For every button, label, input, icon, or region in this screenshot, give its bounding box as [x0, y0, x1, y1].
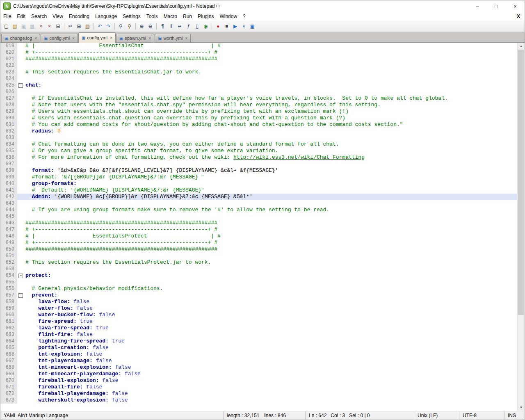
editor-line-625[interactable]: 625−chat:: [0, 82, 518, 89]
tab-close-icon[interactable]: ×: [72, 36, 75, 41]
code-text[interactable]: # Default: '{WORLDNAME} {DISPLAYNAME}&7:…: [25, 187, 518, 194]
code-text[interactable]: [25, 266, 518, 272]
line-number[interactable]: 626: [0, 89, 17, 95]
editor[interactable]: 619# | EssentialsChat | #620# +---------…: [0, 43, 525, 411]
editor-line-648[interactable]: 648# | EssentialsProtect | #: [0, 233, 518, 240]
line-number[interactable]: 637: [0, 161, 17, 167]
line-number[interactable]: 655: [0, 279, 17, 285]
fold-collapse-icon[interactable]: −: [18, 83, 23, 88]
run-macro-multiple-icon[interactable]: »: [240, 22, 248, 30]
code-text[interactable]: # For more information of chat formattin…: [25, 154, 518, 161]
code-text[interactable]: tnt-explosion: false: [25, 351, 518, 358]
editor-line-620[interactable]: 620# +----------------------------------…: [0, 49, 518, 56]
record-macro-icon[interactable]: ●: [214, 22, 222, 30]
code-text[interactable]: # +-------------------------------------…: [25, 240, 518, 246]
editor-line-664[interactable]: 664 lightning-fire-spread: true: [0, 338, 518, 345]
save-icon[interactable]: ▣: [20, 22, 27, 30]
editor-line-667[interactable]: 667 tnt-playerdamage: false: [0, 358, 518, 364]
line-number[interactable]: 656: [0, 285, 17, 292]
editor-line-655[interactable]: 655: [0, 279, 518, 285]
line-number[interactable]: 650: [0, 246, 17, 253]
editor-line-636[interactable]: 636 # For more information of chat forma…: [0, 154, 518, 161]
word-wrap-icon[interactable]: ↵: [176, 22, 184, 30]
close-file-icon[interactable]: ×: [37, 22, 45, 30]
editor-line-642[interactable]: 642 Admin: '{WORLDNAME} &c[{GROUP}]&r {D…: [0, 194, 518, 200]
editor-line-643[interactable]: 643: [0, 200, 518, 207]
code-text[interactable]: chat:: [25, 82, 518, 89]
line-number[interactable]: 668: [0, 364, 17, 371]
editor-line-647[interactable]: 647# +----------------------------------…: [0, 226, 518, 233]
menu-item-help[interactable]: ?: [240, 13, 249, 20]
editor-line-660[interactable]: 660 water-bucket-flow: false: [0, 312, 518, 318]
play-macro-icon[interactable]: ▶: [231, 22, 239, 30]
menu-item-plugins[interactable]: Plugins: [195, 13, 217, 20]
paste-icon[interactable]: ▨: [84, 22, 91, 30]
code-text[interactable]: fireball-fire: false: [25, 384, 518, 390]
line-number[interactable]: 644: [0, 207, 17, 213]
code-text[interactable]: lava-flow: false: [25, 299, 518, 305]
editor-line-631[interactable]: 631 # You can add command costs for shou…: [0, 121, 518, 128]
editor-line-669[interactable]: 669 tnt-minecart-playerdamage: false: [0, 371, 518, 377]
menu-item-language[interactable]: Language: [92, 13, 120, 20]
line-number[interactable]: 628: [0, 102, 17, 108]
code-text[interactable]: prevent:: [25, 292, 518, 299]
editor-line-632[interactable]: 632 radius: 0: [0, 128, 518, 135]
cut-icon[interactable]: ✂: [66, 22, 74, 30]
editor-line-649[interactable]: 649# +----------------------------------…: [0, 240, 518, 246]
scroll-up-icon[interactable]: ▲: [518, 43, 525, 50]
line-number[interactable]: 666: [0, 351, 17, 358]
tab-close-icon[interactable]: ×: [34, 36, 37, 41]
editor-line-645[interactable]: 645: [0, 213, 518, 220]
line-number[interactable]: 642: [0, 194, 17, 200]
code-text[interactable]: ########################################…: [25, 220, 518, 226]
code-text[interactable]: [25, 135, 518, 141]
tab-0-change-log[interactable]: ▣change.log×: [1, 34, 40, 42]
tab-4-worth-yml[interactable]: ▣worth.yml×: [155, 34, 191, 42]
menubar-close-icon[interactable]: X: [512, 14, 525, 19]
editor-line-658[interactable]: 658 lava-flow: false: [0, 299, 518, 305]
menu-item-file[interactable]: File: [0, 13, 14, 20]
line-number[interactable]: 671: [0, 384, 17, 390]
line-number[interactable]: 631: [0, 121, 17, 128]
menu-item-tools[interactable]: Tools: [144, 13, 161, 20]
code-text[interactable]: # Chat formatting can be done in two way…: [25, 141, 518, 148]
code-text[interactable]: tnt-playerdamage: false: [25, 358, 518, 364]
line-number[interactable]: 630: [0, 115, 17, 121]
editor-line-621[interactable]: 621#####################################…: [0, 56, 518, 62]
show-all-characters-icon[interactable]: ¶: [159, 22, 167, 30]
code-text[interactable]: ########################################…: [25, 246, 518, 253]
replace-icon[interactable]: ⚲: [126, 22, 133, 30]
fold-collapse-icon[interactable]: −: [18, 293, 23, 298]
code-text[interactable]: fireball-playerdamage: false: [25, 390, 518, 397]
editor-line-644[interactable]: 644 # If you are using group formats mak…: [0, 207, 518, 213]
menu-item-run[interactable]: Run: [180, 13, 195, 20]
line-number[interactable]: 646: [0, 220, 17, 226]
fold-collapse-icon[interactable]: −: [18, 274, 23, 278]
code-text[interactable]: [25, 200, 518, 207]
line-number[interactable]: 663: [0, 331, 17, 338]
code-text[interactable]: # | EssentialsChat | #: [25, 43, 518, 49]
editor-line-630[interactable]: 630 # Users with essentials.chat.questio…: [0, 115, 518, 121]
editor-line-633[interactable]: 633: [0, 135, 518, 141]
line-number[interactable]: 651: [0, 253, 17, 259]
undo-icon[interactable]: ↶: [96, 22, 104, 30]
code-text[interactable]: # General physics/behavior modifications…: [25, 285, 518, 292]
monitoring-icon[interactable]: ◉: [202, 22, 210, 30]
zoom-in-icon[interactable]: ⊕: [138, 22, 146, 30]
line-number[interactable]: 672: [0, 390, 17, 397]
line-number[interactable]: 623: [0, 69, 17, 75]
close-button[interactable]: ×: [506, 0, 525, 12]
line-number[interactable]: 627: [0, 95, 17, 102]
code-text[interactable]: # This section requires the EssentialsCh…: [25, 69, 518, 75]
menu-item-settings[interactable]: Settings: [120, 13, 143, 20]
line-number[interactable]: 673: [0, 397, 17, 404]
vertical-scrollbar[interactable]: ▲ ▼: [517, 43, 525, 411]
code-text[interactable]: # +-------------------------------------…: [25, 226, 518, 233]
line-number[interactable]: 662: [0, 325, 17, 331]
code-text[interactable]: Admin: '{WORLDNAME} &c[{GROUP}]&r {DISPL…: [25, 194, 518, 200]
line-number[interactable]: 659: [0, 305, 17, 312]
code-text[interactable]: [25, 253, 518, 259]
line-number[interactable]: 629: [0, 108, 17, 115]
editor-line-629[interactable]: 629 # Users with essentials.chat.shout c…: [0, 108, 518, 115]
editor-line-670[interactable]: 670 fireball-explosion: false: [0, 377, 518, 384]
